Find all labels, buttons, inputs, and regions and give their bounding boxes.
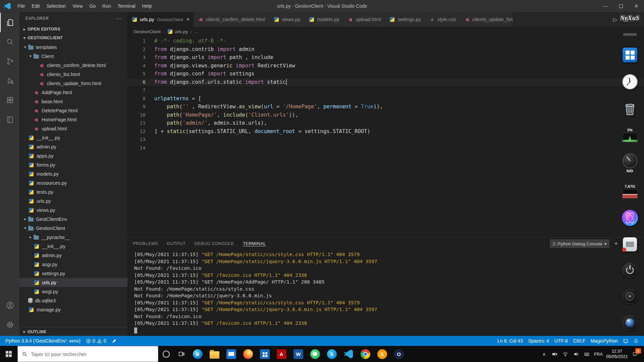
code-editor[interactable]: 1# -*- coding: utf-8 -*-2from django.con… — [127, 36, 644, 237]
tab-clients-confirm-delete-html[interactable]: djclients_confirm_delete.html — [194, 12, 269, 27]
cpu-meter[interactable]: 3% — [622, 128, 638, 142]
camera-icon[interactable] — [622, 315, 638, 330]
store-icon[interactable] — [260, 349, 270, 359]
tree-file-clients-confirm-delete-html[interactable]: djclients_confirm_delete.html — [19, 61, 127, 70]
tab-urls-py[interactable]: urls.pyGestionClient× — [127, 12, 194, 27]
breadcrumb-symbol[interactable]: … — [194, 29, 199, 34]
settings-gear-icon[interactable] — [0, 315, 19, 335]
panel-tab-terminal[interactable]: TERMINAL — [243, 241, 266, 246]
breadcrumb-project[interactable]: GestionClient — [133, 29, 161, 34]
clock-widget[interactable] — [622, 74, 638, 90]
tree-file-wsgi-py[interactable]: wsgi.py — [19, 287, 127, 296]
tree-folder-pycache[interactable]: ▸__pycache__ — [19, 233, 127, 242]
mail-icon[interactable] — [226, 349, 236, 359]
tree-file-upload-html[interactable]: djupload.html — [19, 124, 127, 133]
terminal-selector[interactable]: 2: Python Debug Console ▾ — [550, 239, 610, 248]
project-section-header[interactable]: ▾ GESTIONCLIENT — [19, 34, 127, 42]
breadcrumb-file[interactable]: urls.py — [175, 29, 188, 34]
encoding[interactable]: UTF-8 — [552, 336, 571, 346]
tree-file-init-py[interactable]: __init__.py — [19, 133, 127, 142]
tab-upload-html[interactable]: djupload.html — [344, 12, 385, 27]
menu-help[interactable]: Help — [139, 3, 155, 9]
tree-file-views-py[interactable]: views.py — [19, 205, 127, 215]
tree-file-base-html[interactable]: djbase.html — [19, 97, 127, 106]
opera-icon[interactable]: O — [394, 349, 404, 359]
tree-file-admin-py[interactable]: admin.py — [19, 251, 127, 260]
source-control-icon[interactable] — [0, 52, 19, 71]
acrobat-icon[interactable]: A — [277, 349, 286, 359]
tree-file-models-py[interactable]: models.py — [19, 169, 127, 178]
search-input[interactable] — [31, 351, 154, 357]
problems-indicator[interactable]: 0 0 — [83, 336, 109, 346]
outline-section[interactable]: ▸ OUTLINE — [19, 327, 127, 336]
chevron-down-icon[interactable]: ▾ — [22, 226, 28, 230]
tree-folder-gestionclient[interactable]: ▾GestionClient — [19, 224, 127, 233]
chevron-up-icon[interactable]: ∧ — [539, 346, 549, 362]
tree-folder-client[interactable]: ▾Client — [19, 52, 127, 61]
chevron-right-icon[interactable]: ▸ — [22, 217, 28, 221]
menu-view[interactable]: View — [69, 3, 86, 9]
touch-keyboard-icon[interactable] — [582, 346, 592, 362]
language-indicator[interactable]: FRA — [593, 346, 604, 362]
mail-app-icon[interactable] — [623, 237, 637, 251]
tab-views-py[interactable]: views.py — [269, 12, 305, 27]
tab-settings-py[interactable]: settings.py — [385, 12, 425, 27]
edge-icon[interactable]: e — [193, 349, 203, 359]
tree-file-settings-py[interactable]: settings.py — [19, 269, 127, 278]
tree-file-clients-list-html[interactable]: djclients_list.html — [19, 70, 127, 79]
volume-icon[interactable] — [571, 346, 581, 362]
menu-terminal[interactable]: Terminal — [114, 3, 139, 9]
tab-style-css[interactable]: #style.css — [425, 12, 461, 27]
terminal-output[interactable]: [05/May/2021 11:37:15] "GET /HomePage/st… — [127, 250, 644, 336]
chrome-icon[interactable] — [361, 349, 370, 359]
notifications-icon[interactable]: 1 — [630, 346, 640, 362]
notebook-icon[interactable] — [0, 110, 19, 129]
tree-file-db-sqlite3[interactable]: db.sqlite3 — [19, 296, 127, 305]
search-icon[interactable] — [0, 32, 19, 52]
tree-file-apps-py[interactable]: apps.py — [19, 151, 127, 160]
run-debug-icon[interactable] — [0, 71, 19, 90]
chevron-down-icon[interactable]: ▾ — [22, 45, 28, 49]
whatsapp-icon[interactable] — [310, 349, 320, 359]
rocket-icon[interactable] — [109, 336, 119, 346]
atom-icon[interactable] — [622, 210, 638, 226]
menu-selection[interactable]: Selection — [43, 3, 69, 9]
bell-icon[interactable] — [631, 336, 641, 346]
minimize-button[interactable]: — — [598, 0, 613, 12]
tree-file-init-py[interactable]: __init__.py — [19, 242, 127, 251]
tree-file-manage-py[interactable]: manage.py — [19, 305, 127, 314]
menu-file[interactable]: File — [14, 3, 29, 9]
tab-models-py[interactable]: models.py — [305, 12, 343, 27]
tree-file-tests-py[interactable]: tests.py — [19, 187, 127, 196]
tree-file-forms-py[interactable]: forms.py — [19, 160, 127, 169]
windows-tile-icon[interactable] — [623, 48, 637, 62]
speaker-icon[interactable] — [623, 289, 637, 304]
vscode-icon[interactable] — [344, 349, 354, 359]
word-icon[interactable]: W — [293, 349, 303, 359]
eol[interactable]: CRLF — [571, 336, 588, 346]
open-editors-section[interactable]: ▸ OPEN EDITORS — [19, 25, 127, 34]
dock-grip-icon[interactable] — [623, 33, 637, 36]
tree-file-clients-update-form-html[interactable]: djclients_update_form.html — [19, 79, 127, 88]
tree-folder-gestclientenv[interactable]: ▸GestClientEnv — [19, 215, 127, 224]
cortana-icon[interactable] — [158, 346, 174, 362]
screencast-icon[interactable] — [621, 336, 631, 346]
task-view-icon[interactable] — [174, 346, 189, 362]
panel-tab-problems[interactable]: PROBLEMS — [133, 241, 158, 246]
restore-button[interactable] — [613, 0, 629, 12]
tree-file-admin-py[interactable]: admin.py — [19, 142, 127, 151]
firefox-icon[interactable] — [243, 349, 253, 359]
menu-run[interactable]: Run — [99, 3, 114, 9]
network-icon[interactable] — [560, 346, 571, 362]
extensions-icon[interactable] — [0, 90, 19, 110]
python-interpreter[interactable]: Python 3.9.4 ('GestClientEnv': venv) — [3, 336, 83, 346]
recycle-bin-icon[interactable] — [622, 101, 638, 117]
tree-file-addpage-html[interactable]: djAddPage.html — [19, 88, 127, 97]
tab-clients-update-form-html[interactable]: djclients_update_form.html — [460, 12, 513, 27]
chevron-right-icon[interactable]: ▸ — [28, 235, 34, 239]
tree-file-asgi-py[interactable]: asgi.py — [19, 260, 127, 269]
tree-folder-templates[interactable]: ▾templates — [19, 43, 127, 52]
close-tab-icon[interactable]: × — [186, 16, 190, 22]
file-explorer-icon[interactable] — [210, 351, 219, 359]
account-icon[interactable] — [0, 296, 19, 315]
